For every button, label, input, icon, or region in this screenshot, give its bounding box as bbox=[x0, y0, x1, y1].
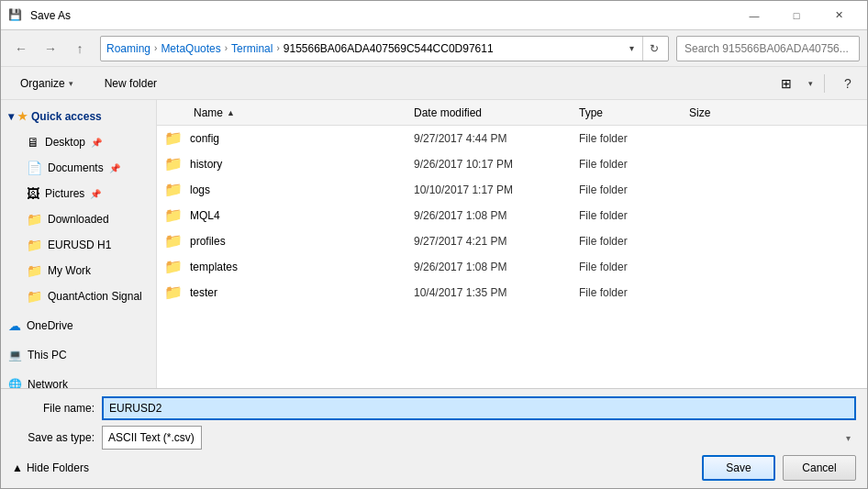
saveastype-label: Save as type: bbox=[12, 431, 95, 444]
sidebar-item-desktop-label: Desktop bbox=[45, 136, 85, 149]
refresh-icon: ↻ bbox=[650, 42, 659, 55]
quick-access-section: ▾ ★ Quick access 🖥 Desktop 📌 📄 Documents… bbox=[1, 104, 156, 309]
save-button[interactable]: Save bbox=[702, 455, 775, 481]
file-date-cell: 9/26/2017 1:08 PM bbox=[414, 209, 579, 222]
file-list-header: Name ▲ Date modified Type Size bbox=[157, 100, 867, 126]
file-name-text: tester bbox=[190, 286, 217, 299]
breadcrumb-item-guid[interactable]: 915566BA06ADA407569C544CC0D97611 bbox=[282, 42, 495, 55]
file-name-cell: 📁 profiles bbox=[157, 232, 414, 250]
window-icon: 💾 bbox=[8, 8, 23, 23]
maximize-button[interactable]: □ bbox=[775, 1, 818, 30]
column-size[interactable]: Size bbox=[689, 106, 762, 119]
pictures-icon: 🖼 bbox=[27, 186, 39, 201]
downloaded-icon: 📁 bbox=[27, 212, 42, 227]
sidebar-item-mywork[interactable]: 📁 My Work bbox=[1, 258, 156, 283]
quick-access-header[interactable]: ▾ ★ Quick access bbox=[1, 104, 156, 129]
thispc-section: 💻 This PC bbox=[1, 342, 156, 368]
sidebar-item-desktop[interactable]: 🖥 Desktop 📌 bbox=[1, 129, 156, 155]
file-name-cell: 📁 logs bbox=[157, 181, 414, 198]
onedrive-section: ☁ OneDrive bbox=[1, 313, 156, 339]
folder-icon: 📁 bbox=[164, 283, 183, 301]
folder-icon: 📁 bbox=[164, 181, 183, 198]
address-dropdown-button[interactable]: ▾ bbox=[624, 37, 639, 61]
sidebar-item-quantaction[interactable]: 📁 QuantAction Signal bbox=[1, 283, 156, 309]
sidebar-item-downloaded[interactable]: 📁 Downloaded bbox=[1, 206, 156, 232]
file-name-text: profiles bbox=[190, 235, 226, 248]
search-input[interactable] bbox=[676, 36, 860, 61]
quick-access-star: ★ bbox=[17, 110, 28, 123]
organize-label: Organize bbox=[20, 77, 65, 90]
breadcrumb-sep-3: › bbox=[276, 43, 279, 53]
help-button[interactable]: ? bbox=[836, 72, 860, 95]
quick-access-chevron: ▾ bbox=[8, 110, 14, 123]
hide-folders-button[interactable]: ▲ Hide Folders bbox=[12, 461, 89, 474]
sort-arrow: ▲ bbox=[227, 108, 235, 117]
chevron-down-icon: ▾ bbox=[629, 43, 634, 53]
saveastype-wrapper: ASCII Text (*.csv) ▾ bbox=[102, 426, 856, 450]
back-icon: ← bbox=[15, 41, 28, 56]
file-type-cell: File folder bbox=[579, 261, 689, 273]
table-row[interactable]: 📁 tester 10/4/2017 1:35 PM File folder bbox=[157, 280, 867, 306]
sidebar-item-thispc-label: This PC bbox=[28, 349, 67, 361]
bottom-bar: File name: Save as type: ASCII Text (*.c… bbox=[1, 388, 867, 488]
file-type-cell: File folder bbox=[579, 209, 689, 222]
title-controls: — □ ✕ bbox=[733, 1, 860, 30]
filename-row: File name: bbox=[12, 396, 856, 420]
sidebar-item-documents[interactable]: 📄 Documents 📌 bbox=[1, 155, 156, 181]
new-folder-button[interactable]: New folder bbox=[93, 72, 169, 95]
select-arrow-icon: ▾ bbox=[846, 433, 851, 443]
file-type-cell: File folder bbox=[579, 235, 689, 248]
file-date-cell: 9/27/2017 4:44 PM bbox=[414, 132, 579, 145]
view-options-button[interactable]: ⊞ bbox=[772, 72, 801, 95]
close-button[interactable]: ✕ bbox=[818, 1, 860, 30]
network-icon: 🌐 bbox=[8, 378, 22, 388]
sidebar-item-network[interactable]: 🌐 Network bbox=[1, 372, 156, 388]
sidebar-item-pictures[interactable]: 🖼 Pictures 📌 bbox=[1, 181, 156, 206]
sidebar-item-thispc[interactable]: 💻 This PC bbox=[1, 342, 156, 368]
saveastype-select[interactable]: ASCII Text (*.csv) bbox=[102, 426, 202, 450]
breadcrumb-item-terminal[interactable]: Terminal bbox=[229, 42, 274, 55]
breadcrumb-item-metaquotes[interactable]: MetaQuotes bbox=[159, 42, 222, 55]
saveastype-row: Save as type: ASCII Text (*.csv) ▾ bbox=[12, 426, 856, 450]
address-bar[interactable]: Roaming › MetaQuotes › Terminal › 915566… bbox=[100, 36, 669, 61]
documents-icon: 📄 bbox=[27, 161, 42, 175]
column-size-label: Size bbox=[689, 106, 710, 119]
forward-button[interactable]: → bbox=[38, 36, 63, 61]
column-type[interactable]: Type bbox=[579, 106, 689, 119]
up-button[interactable]: ↑ bbox=[67, 36, 93, 61]
table-row[interactable]: 📁 logs 10/10/2017 1:17 PM File folder bbox=[157, 177, 867, 203]
table-row[interactable]: 📁 profiles 9/27/2017 4:21 PM File folder bbox=[157, 228, 867, 254]
desktop-icon: 🖥 bbox=[27, 135, 39, 150]
column-date-label: Date modified bbox=[414, 106, 482, 119]
file-name-cell: 📁 templates bbox=[157, 258, 414, 275]
sidebar-item-onedrive[interactable]: ☁ OneDrive bbox=[1, 313, 156, 339]
column-date[interactable]: Date modified bbox=[414, 106, 579, 119]
organize-chevron: ▾ bbox=[69, 79, 73, 88]
table-row[interactable]: 📁 history 9/26/2017 10:17 PM File folder bbox=[157, 151, 867, 177]
file-type-cell: File folder bbox=[579, 132, 689, 145]
organize-button[interactable]: Organize ▾ bbox=[8, 72, 85, 95]
folder-icon: 📁 bbox=[164, 155, 183, 172]
table-row[interactable]: 📁 MQL4 9/26/2017 1:08 PM File folder bbox=[157, 203, 867, 228]
table-row[interactable]: 📁 templates 9/26/2017 1:08 PM File folde… bbox=[157, 254, 867, 280]
new-folder-label: New folder bbox=[105, 77, 157, 90]
file-date-cell: 10/10/2017 1:17 PM bbox=[414, 183, 579, 196]
minimize-button[interactable]: — bbox=[733, 1, 775, 30]
file-type-cell: File folder bbox=[579, 158, 689, 171]
folder-icon: 📁 bbox=[164, 258, 183, 275]
column-name-label: Name bbox=[194, 106, 223, 119]
network-section: 🌐 Network bbox=[1, 372, 156, 388]
secondary-toolbar: Organize ▾ New folder ⊞ ▾ ? bbox=[1, 67, 867, 100]
address-refresh-button[interactable]: ↻ bbox=[642, 37, 664, 61]
breadcrumb-item-roaming[interactable]: Roaming bbox=[105, 42, 152, 55]
cancel-button[interactable]: Cancel bbox=[783, 455, 856, 481]
eurusd-icon: 📁 bbox=[27, 238, 42, 252]
filename-input[interactable] bbox=[102, 396, 856, 420]
table-row[interactable]: 📁 config 9/27/2017 4:44 PM File folder bbox=[157, 126, 867, 151]
column-name[interactable]: Name ▲ bbox=[157, 106, 414, 119]
file-date-cell: 9/27/2017 4:21 PM bbox=[414, 235, 579, 248]
navigation-toolbar: ← → ↑ Roaming › MetaQuotes › Terminal › … bbox=[1, 30, 867, 67]
back-button[interactable]: ← bbox=[8, 36, 34, 61]
sidebar-item-eurusd[interactable]: 📁 EURUSD H1 bbox=[1, 232, 156, 258]
window-title: Save As bbox=[30, 9, 71, 22]
